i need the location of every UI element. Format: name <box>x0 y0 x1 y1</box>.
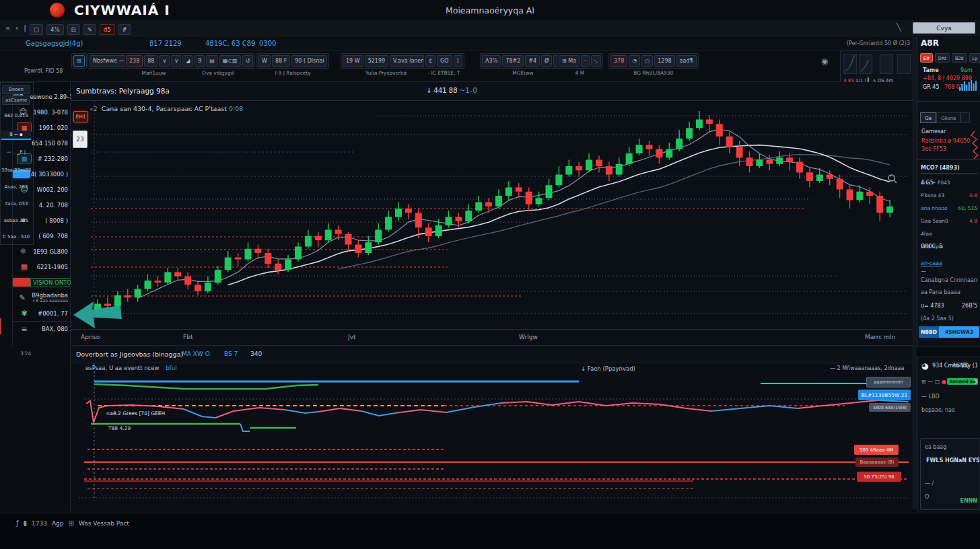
toolbar-button[interactable]: ○ <box>641 55 653 67</box>
sidebar-item-15[interactable]: ≡BAX, 080 <box>13 321 71 336</box>
toolbar-button[interactable]: ◔ <box>629 55 640 67</box>
right-panel-button[interactable]: B2d <box>952 53 967 63</box>
toolbar-button[interactable]: ) <box>454 55 462 67</box>
toolbar-button[interactable]: A3⅞ <box>482 55 501 67</box>
candlestick-chart[interactable]: «2Cana san 430-4, Pacarspaac AC P'taast … <box>71 101 913 330</box>
quote-symbol[interactable]: Gagsgagsgjd(4g) <box>26 40 83 47</box>
left-list-button-1[interactable]: Booen <box>2 85 30 94</box>
left-list-row[interactable]: 39sa 23ss23 <box>1 168 31 173</box>
toolbar-button[interactable]: aad¶ <box>676 55 697 67</box>
toolbar-button[interactable]: ·, <box>591 55 601 67</box>
tab-Gkona[interactable]: Gkona <box>936 112 960 123</box>
toolbar-button[interactable]: 52199 <box>365 55 388 67</box>
order-entry-box: ea baag FWLS HGNaN EYS — / O ENNN <box>920 438 979 510</box>
indicator-panel[interactable]: esPsaa, U aa eventt ncewbful ↓ Faen (Ppa… <box>71 363 913 509</box>
chart-thumbnail[interactable] <box>897 54 911 74</box>
chart-thumbnail[interactable] <box>880 54 893 74</box>
toolbar-button[interactable]: 88 <box>144 55 158 67</box>
menubar-button[interactable]: 4⅞ <box>46 24 64 35</box>
instrument-name[interactable]: Tame <box>923 67 939 73</box>
phone-icon: ▮ <box>24 519 28 527</box>
menubar-button[interactable]: # <box>118 24 131 35</box>
sidebar-item-label-wrap: 1E93 GL800 <box>33 248 71 255</box>
toolbar-button[interactable]: 90 ( Dlsnai <box>291 55 327 67</box>
menubar-right-button[interactable]: Cvya <box>913 22 975 34</box>
time-axis[interactable]: AprisoFbtJvtWrlgwMarrc mln <box>71 330 913 346</box>
tab-rest <box>960 112 970 123</box>
left-list-row[interactable]: 682 0.813 <box>1 113 31 118</box>
toolbar-button[interactable]: ↺ <box>242 55 254 67</box>
toolbar-button[interactable]: ¢ <box>425 55 435 67</box>
time-axis-label: Apriso <box>81 334 100 340</box>
magnifier-icon[interactable] <box>887 174 898 184</box>
right-panel-button[interactable]: E# <box>920 53 933 63</box>
sidebar-item-label-wrap: 4( 3033000 ) <box>31 171 71 178</box>
shield-icon[interactable]: ◉ <box>821 57 828 66</box>
sidebar-item-11[interactable]: ▦6221-1905 <box>13 259 71 274</box>
details-link[interactable]: an-caaa <box>921 260 942 266</box>
left-list-row[interactable]: 7aca, 033 <box>1 201 31 207</box>
toolbar-group-3: ◢9▤▦⊂▥↺Ova vstgygd <box>180 53 255 76</box>
toolbar-button[interactable]: Ø <box>541 55 552 67</box>
red-btn-icon <box>13 278 30 287</box>
tab-Ga[interactable]: Ga <box>920 112 936 123</box>
toolbar-button[interactable]: 1298 <box>654 55 674 67</box>
detail-row: ana + F0434 G5 <box>921 180 977 192</box>
left-list-row[interactable]: C 5aa . 310 <box>1 234 31 240</box>
back-double-icon[interactable]: « <box>5 24 10 32</box>
right-panel-button[interactable]: S#d <box>935 53 950 63</box>
left-list-row[interactable]: 9 ⌐ ▪ <box>1 131 31 140</box>
sidebar-item-13[interactable]: ✎B9gbadanba+8 aaa aaaaaaa <box>13 290 71 305</box>
toolbar-button[interactable]: ▤ <box>206 55 218 67</box>
toolbar-button[interactable]: ⊞ Ma <box>559 55 580 67</box>
toolbar-button[interactable]: 378 <box>610 55 627 67</box>
back-icon[interactable]: ‹ <box>15 24 18 32</box>
chart-thumbnail[interactable] <box>859 54 872 74</box>
left-list-button-2[interactable]: asCsame <box>2 96 30 105</box>
toolbar-button[interactable]: ⊞ <box>73 55 85 67</box>
window-title: Moieamnaoéryyqa AI <box>0 5 980 15</box>
sidebar-item-10[interactable]: ☼1E93 GL800 <box>13 244 71 259</box>
toolbar-button[interactable]: #4 <box>525 55 540 67</box>
price-badge-blue[interactable]: BL#1139B55W 21 <box>858 390 911 400</box>
left-list-row[interactable]: asbaa 235 <box>1 218 31 223</box>
pencil-icon: ✎ <box>13 293 32 302</box>
toolbar-button[interactable]: 88 F <box>272 55 290 67</box>
toolbar-button[interactable]: 19 W <box>343 55 363 67</box>
menubar-button[interactable]: d5 <box>100 24 115 35</box>
toolbar-button[interactable]: ▦⊂▥ <box>219 55 241 67</box>
toolbar-button[interactable]: · <box>581 55 590 67</box>
toolbar-button[interactable]: ◢ <box>182 55 193 67</box>
sidebar-item-label-wrap: #0001. 77 <box>36 310 71 317</box>
dash-box-icon: ≡ <box>13 325 36 334</box>
toolbar-button[interactable]: 78#2 <box>502 55 524 67</box>
toolbar-button[interactable]: 238 <box>126 55 143 67</box>
left-list-row[interactable]: Asaa, 283 <box>1 184 31 190</box>
menubar-button[interactable]: ✎ <box>83 24 96 35</box>
detail-row: W 8 maaO80C, 5 <box>921 244 977 256</box>
sidebar-item-12[interactable]: VISION ONTO <box>13 274 71 290</box>
orders-icons[interactable]: ⊞ — ▢ ● <box>921 379 946 385</box>
sidebar-item-label-wrap: ( 609. 708 <box>36 233 71 240</box>
menubar-button[interactable]: ⊟ <box>67 24 80 35</box>
sidebar-item-label-wrap: B9gbadanba+8 aaa aaaaaaa <box>32 292 71 303</box>
menubar-button[interactable]: ▢ <box>30 24 43 35</box>
sidebar-item-14[interactable]: ✾#0001. 77 <box>13 305 71 321</box>
sidebar-header: Powrdl. FID 58 <box>24 68 63 74</box>
toolbar-button[interactable]: 9 <box>195 55 205 67</box>
status-app: Agp <box>52 520 64 527</box>
chart-thumbnail[interactable] <box>843 54 857 74</box>
status-number: 1733 <box>32 520 47 527</box>
chart-thumbnails-panel: 4 83 1/1 | ▍ ∧ OS ém <box>840 50 914 86</box>
plant-icon: ✾ <box>13 309 36 318</box>
chart-tool-button[interactable]: 23 <box>73 131 88 148</box>
toolbar-button[interactable]: W <box>258 55 271 67</box>
alert-badge[interactable]: EH1 <box>73 111 88 122</box>
left-list-row[interactable]: — .. _E | <box>1 149 31 155</box>
toolbar-button[interactable]: GO <box>437 55 452 67</box>
volume-sparkline <box>959 77 978 91</box>
selected-order-row[interactable]: NBBD 45HGWA3 <box>919 326 979 338</box>
right-panel-button[interactable]: Ly <box>969 53 980 63</box>
indicator-line-button[interactable]: aaannnnnnn <box>866 377 911 388</box>
toolbar-button[interactable]: ∨ <box>159 55 170 67</box>
